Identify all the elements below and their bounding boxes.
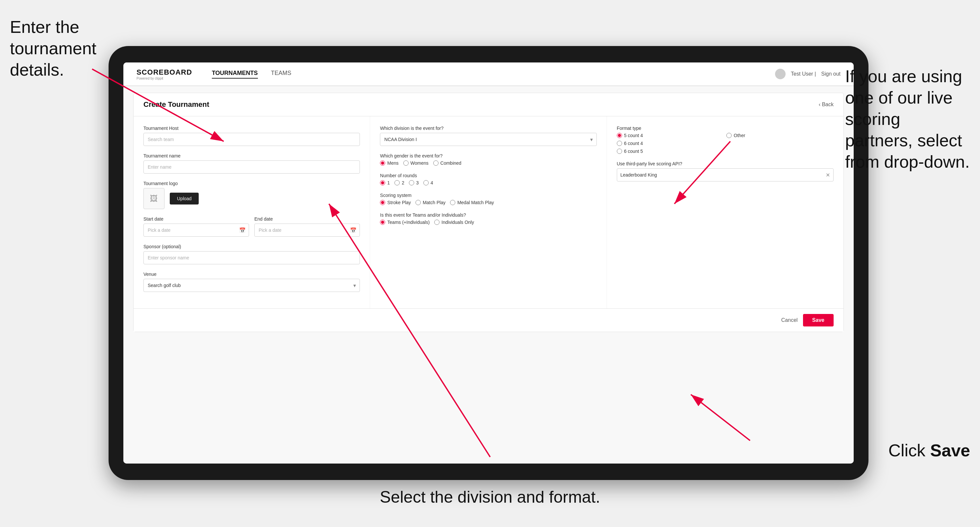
scoring-stroke-radio[interactable] <box>380 200 385 205</box>
format-other-label: Other <box>733 133 745 138</box>
rounds-4[interactable]: 4 <box>423 180 433 186</box>
start-date-label: Start date <box>143 216 249 222</box>
rounds-1[interactable]: 1 <box>380 180 390 186</box>
back-button[interactable]: Back <box>819 102 834 108</box>
page-title: Create Tournament <box>143 100 209 109</box>
gender-combined-radio[interactable] <box>433 160 439 166</box>
logo-label: Tournament logo <box>143 181 360 186</box>
format-6count5[interactable]: 6 count 5 <box>617 149 724 154</box>
gender-womens-label: Womens <box>410 160 429 166</box>
tablet-screen: SCOREBOARD Powered by clippit TOURNAMENT… <box>123 62 854 464</box>
rounds-3-radio[interactable] <box>409 180 414 186</box>
format-6count5-radio[interactable] <box>617 149 622 154</box>
tournament-logo-group: Tournament logo 🖼 Upload <box>143 181 360 209</box>
sponsor-input[interactable] <box>143 251 360 264</box>
nav-user-text: Test User | <box>791 71 816 77</box>
create-tournament-panel: Create Tournament Back Tournament Host T… <box>133 93 844 332</box>
upload-button[interactable]: Upload <box>170 193 199 205</box>
teams-teams-label: Teams (+Individuals) <box>387 220 430 225</box>
annotation-bottom-right: Click Save <box>888 440 970 461</box>
scoring-radio-group: Stroke Play Match Play Medal Match Play <box>380 200 597 205</box>
nav-logo-sub: Powered by clippit <box>137 76 192 80</box>
rounds-1-radio[interactable] <box>380 180 385 186</box>
annotation-top-right: If you are using one of our live scoring… <box>845 66 970 173</box>
remove-live-scoring-button[interactable]: ✕ <box>826 172 830 178</box>
gender-mens-radio[interactable] <box>380 160 385 166</box>
save-button[interactable]: Save <box>803 314 834 327</box>
gender-womens[interactable]: Womens <box>403 160 429 166</box>
nav-link-tournaments[interactable]: TOURNAMENTS <box>212 70 258 79</box>
rounds-2-radio[interactable] <box>395 180 400 186</box>
tournament-host-group: Tournament Host <box>143 125 360 146</box>
gender-radio-group: Mens Womens Combined <box>380 160 597 166</box>
name-label: Tournament name <box>143 153 360 159</box>
image-icon: 🖼 <box>150 194 158 203</box>
scoring-stroke[interactable]: Stroke Play <box>380 200 411 205</box>
search-team-input[interactable] <box>143 133 360 146</box>
scoring-medal[interactable]: Medal Match Play <box>450 200 494 205</box>
division-select[interactable]: NCAA Division I <box>380 133 597 146</box>
scoring-medal-radio[interactable] <box>450 200 455 205</box>
scoring-label: Scoring system <box>380 193 597 198</box>
scoring-match[interactable]: Match Play <box>415 200 445 205</box>
calendar-icon-end: 📅 <box>350 227 356 233</box>
format-6count4[interactable]: 6 count 4 <box>617 141 724 146</box>
navbar: SCOREBOARD Powered by clippit TOURNAMENT… <box>123 62 854 86</box>
division-select-wrapper: NCAA Division I <box>380 133 597 146</box>
teams-group: Is this event for Teams and/or Individua… <box>380 213 597 225</box>
scoring-stroke-label: Stroke Play <box>387 200 411 205</box>
live-scoring-tag: Leaderboard King ✕ <box>617 168 834 181</box>
nav-logo-title: SCOREBOARD <box>137 68 192 76</box>
rounds-4-radio[interactable] <box>423 180 429 186</box>
format-other-radio[interactable] <box>726 133 732 138</box>
teams-label: Is this event for Teams and/or Individua… <box>380 213 597 217</box>
format-5count4-radio[interactable] <box>617 133 622 138</box>
rounds-2[interactable]: 2 <box>395 180 404 186</box>
teams-individuals[interactable]: Individuals Only <box>434 220 474 225</box>
teams-individuals-radio[interactable] <box>434 220 439 225</box>
format-5count4[interactable]: 5 count 4 <box>617 133 724 138</box>
ct-header: Create Tournament Back <box>134 93 843 116</box>
annotation-top-left: Enter the tournament details. <box>10 16 102 81</box>
start-date-input[interactable] <box>143 224 249 237</box>
tablet-frame: SCOREBOARD Powered by clippit TOURNAMENT… <box>108 46 869 480</box>
host-label: Tournament Host <box>143 125 360 131</box>
nav-link-teams[interactable]: TEAMS <box>271 70 291 79</box>
nav-logo: SCOREBOARD Powered by clippit <box>137 68 192 80</box>
teams-teams-radio[interactable] <box>380 220 385 225</box>
scoring-match-radio[interactable] <box>415 200 421 205</box>
gender-group: Which gender is the event for? Mens Wome… <box>380 153 597 166</box>
rounds-3[interactable]: 3 <box>409 180 419 186</box>
division-label: Which division is the event for? <box>380 125 597 131</box>
format-6count4-radio[interactable] <box>617 141 622 146</box>
live-scoring-label: Use third-party live scoring API? <box>617 161 834 167</box>
cancel-button[interactable]: Cancel <box>781 317 798 323</box>
gender-combined[interactable]: Combined <box>433 160 461 166</box>
rounds-2-label: 2 <box>402 180 404 186</box>
format-other[interactable]: Other <box>726 133 834 138</box>
page-content: Create Tournament Back Tournament Host T… <box>123 86 854 464</box>
rounds-radio-group: 1 2 3 <box>380 180 597 186</box>
date-row: Start date 📅 End date <box>143 216 360 237</box>
format-6count4-label: 6 count 4 <box>624 141 643 146</box>
teams-individuals-label: Individuals Only <box>441 220 474 225</box>
sponsor-group: Sponsor (optional) <box>143 244 360 264</box>
avatar <box>775 69 786 79</box>
end-date-wrapper: 📅 <box>254 224 360 237</box>
logo-placeholder: 🖼 <box>143 188 164 209</box>
venue-select[interactable]: Search golf club <box>143 279 360 292</box>
teams-radio-group: Teams (+Individuals) Individuals Only <box>380 220 597 225</box>
form-col-3: Format type 5 count 4 Other <box>607 116 843 308</box>
tournament-name-group: Tournament name <box>143 153 360 174</box>
end-date-input[interactable] <box>254 224 360 237</box>
gender-mens-label: Mens <box>387 160 398 166</box>
venue-group: Venue Search golf club <box>143 271 360 292</box>
division-group: Which division is the event for? NCAA Di… <box>380 125 597 146</box>
teams-teams[interactable]: Teams (+Individuals) <box>380 220 430 225</box>
tournament-name-input[interactable] <box>143 160 360 174</box>
format-type-group: Format type 5 count 4 Other <box>617 125 834 154</box>
gender-mens[interactable]: Mens <box>380 160 398 166</box>
nav-signout[interactable]: Sign out <box>821 71 840 77</box>
gender-womens-radio[interactable] <box>403 160 409 166</box>
end-date-label: End date <box>254 216 360 222</box>
